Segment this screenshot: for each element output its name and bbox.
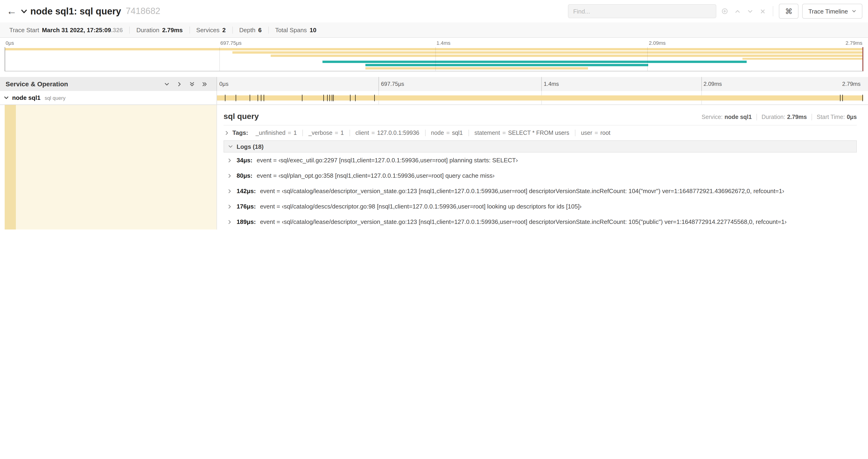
minimap-tick-label: 1.4ms [436, 40, 451, 46]
chevron-right-icon [227, 173, 232, 178]
collapse-one-button[interactable] [164, 81, 169, 87]
minimap-span-row [5, 51, 862, 54]
log-text: event = ‹sql/catalog/lease/descriptor_ve… [260, 218, 786, 225]
trace-summary-bar: Trace StartMarch 31 2022, 17:25:09.326 D… [0, 22, 868, 38]
meta-label: Service: [702, 114, 723, 120]
summary-item: Services2 [190, 26, 232, 33]
header-controls: ⌘ Trace Timeline [568, 4, 862, 19]
log-time: 189μs: [237, 218, 256, 225]
back-button[interactable]: ← [3, 2, 21, 20]
tag-value: root [600, 129, 611, 136]
tag-value: sql1 [452, 129, 463, 136]
service-operation-header: Service & Operation [0, 77, 217, 91]
log-text: event = ‹sql/catalog/lease/descriptor_ve… [260, 188, 784, 195]
summary-item: Duration2.79ms [130, 26, 190, 33]
tag-equals: = [288, 129, 291, 136]
log-entry[interactable]: 189μs: event = ‹sql/catalog/lease/descri… [223, 214, 857, 230]
jaeger-trace-page: ← node sql1: sql query 7418682 ⌘ [0, 0, 868, 230]
collapse-trace-button[interactable] [21, 8, 28, 15]
log-time: 176μs: [237, 203, 256, 210]
detail-row-background [16, 105, 217, 230]
tag-equals: = [371, 129, 375, 136]
tag-value: 1 [293, 129, 297, 136]
chevron-down-icon [21, 8, 28, 15]
timeline-tick-label: 0μs [217, 81, 228, 87]
summary-label: Trace Start [9, 26, 39, 33]
minimap-span-row [5, 61, 862, 63]
tag-equals: = [335, 129, 338, 136]
minimap-span-rows [5, 48, 862, 69]
tags-toggle-row[interactable]: Tags: _unfinished=1 _verbose=1 client=12… [223, 125, 857, 140]
tags-label: Tags: [232, 129, 248, 136]
tag-key: user [581, 129, 592, 136]
minimap-span-row [5, 58, 862, 60]
log-text: event = ‹sql/catalog/descs/descriptor.go… [260, 203, 582, 210]
next-result-button[interactable] [746, 7, 754, 15]
expand-one-button[interactable] [177, 81, 182, 87]
log-entry[interactable]: 142μs: event = ‹sql/catalog/lease/descri… [223, 183, 857, 199]
logs-toggle[interactable]: Logs (18) [223, 140, 857, 153]
summary-value: 10 [310, 26, 316, 33]
log-marker [328, 94, 328, 101]
tags-list: _unfinished=1 _verbose=1 client=127.0.0.… [250, 129, 616, 136]
tag-item: statement=SELECT * FROM users [468, 129, 575, 136]
chevron-right-icon [177, 81, 182, 87]
minimap-tick-row: 0μs697.75μs1.4ms2.09ms2.79ms [5, 40, 863, 47]
span-bar-cell[interactable] [217, 91, 868, 104]
chevron-right-icon [227, 220, 232, 224]
timeline-tick-label: 697.75μs [379, 81, 404, 87]
tag-item: _unfinished=1 [250, 129, 302, 136]
tag-item: _verbose=1 [302, 129, 349, 136]
span-meta-item: Duration:2.79ms [756, 114, 811, 120]
span-log-markers [217, 91, 863, 104]
span-meta-item: Start Time:0μs [811, 114, 857, 120]
tag-equals: = [446, 129, 450, 136]
log-marker [332, 94, 332, 101]
tag-key: client [355, 129, 369, 136]
log-marker [333, 94, 334, 101]
log-marker [250, 94, 250, 101]
tag-value: 1 [340, 129, 344, 136]
log-marker [264, 94, 264, 101]
meta-label: Start Time: [817, 114, 845, 120]
trace-id: 7418682 [126, 6, 160, 16]
clear-find-button[interactable] [758, 7, 767, 15]
span-service-name: node sql1 [12, 94, 40, 101]
summary-value: 2.79ms [162, 26, 183, 33]
double-chevron-right-icon [202, 81, 207, 87]
page-title: node sql1: sql query [30, 6, 121, 17]
close-icon [760, 8, 766, 14]
log-entry[interactable]: 176μs: event = ‹sql/catalog/descs/descri… [223, 199, 857, 214]
span-name-cell[interactable]: node sql1 sql query [0, 91, 217, 104]
circle-plus-icon [721, 8, 728, 14]
minimap-scrubber-left[interactable] [4, 47, 6, 71]
minimap-canvas[interactable] [5, 47, 863, 71]
trace-header: ← node sql1: sql query 7418682 ⌘ [0, 0, 868, 22]
expand-all-button[interactable] [202, 81, 207, 87]
span-collapse-toggle[interactable] [4, 95, 9, 100]
log-entry[interactable]: 34μs: event = ‹sql/exec_util.go:2297 [ns… [223, 153, 857, 168]
minimap-span-row [5, 64, 862, 66]
trace-view-select[interactable]: Trace Timeline [802, 4, 862, 19]
chevron-up-icon [735, 8, 741, 14]
ruler-gridlines [217, 77, 863, 91]
tag-key: _verbose [308, 129, 333, 136]
minimap-scrubber-right[interactable] [862, 47, 864, 71]
logs-label: Logs (18) [237, 143, 264, 150]
collapse-all-button[interactable] [189, 81, 195, 87]
tag-item: user=root [575, 129, 616, 136]
arrow-left-icon: ← [6, 5, 17, 17]
chevron-down-icon [228, 144, 233, 149]
tag-key: node [431, 129, 444, 136]
log-entry[interactable]: 80μs: event = ‹sql/plan_opt.go:358 [nsql… [223, 168, 857, 183]
tag-key: statement [474, 129, 500, 136]
minimap-tick-label: 697.75μs [219, 40, 242, 46]
find-input[interactable] [568, 4, 716, 18]
timeline-tick-label: 2.79ms [842, 81, 863, 87]
zoom-to-match-button[interactable] [720, 6, 730, 16]
prev-result-button[interactable] [733, 7, 742, 15]
span-row[interactable]: node sql1 sql query [0, 91, 868, 105]
log-time: 142μs: [237, 188, 256, 195]
keyboard-shortcuts-button[interactable]: ⌘ [779, 4, 799, 19]
span-operation-name: sql query [44, 95, 65, 101]
